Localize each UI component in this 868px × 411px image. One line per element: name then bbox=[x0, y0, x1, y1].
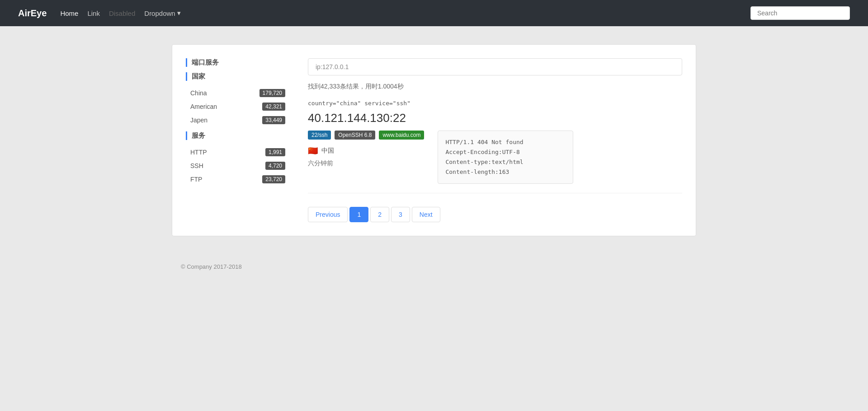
nav-home[interactable]: Home bbox=[60, 9, 78, 17]
sidebar: 端口服务 国家 China 179,720 American 42,321 Ja… bbox=[186, 58, 290, 222]
content-search-input[interactable] bbox=[308, 58, 682, 75]
tag-website[interactable]: www.baidu.com bbox=[379, 131, 424, 140]
country-line: 🇨🇳 中国 bbox=[308, 146, 424, 156]
main-card: 端口服务 国家 China 179,720 American 42,321 Ja… bbox=[172, 44, 696, 236]
nav-dropdown[interactable]: Dropdown ▾ bbox=[144, 9, 180, 17]
result-card: country="china" service="ssh" 40.121.144… bbox=[308, 100, 682, 193]
ip-address[interactable]: 40.121.144.130:22 bbox=[308, 111, 682, 125]
search-input[interactable] bbox=[750, 6, 850, 20]
time-ago: 六分钟前 bbox=[308, 159, 424, 168]
brand-logo: AirEye bbox=[18, 8, 47, 19]
tag-ssh[interactable]: 22/ssh bbox=[308, 131, 331, 140]
sidebar-section-port-service: 端口服务 bbox=[186, 58, 290, 67]
footer: © Company 2017-2018 bbox=[163, 254, 705, 279]
result-row: 22/ssh OpenSSH 6.8 www.baidu.com 🇨🇳 中国 六… bbox=[308, 131, 682, 184]
query-line: country="china" service="ssh" bbox=[308, 100, 682, 107]
tags-container: 22/ssh OpenSSH 6.8 www.baidu.com bbox=[308, 131, 424, 140]
sidebar-item-ssh[interactable]: SSH 4,720 bbox=[186, 159, 290, 173]
sidebar-item-american[interactable]: American 42,321 bbox=[186, 100, 290, 113]
pagination-previous[interactable]: Previous bbox=[308, 207, 348, 222]
result-left: 22/ssh OpenSSH 6.8 www.baidu.com 🇨🇳 中国 六… bbox=[308, 131, 424, 168]
pagination-page-1[interactable]: 1 bbox=[349, 207, 368, 222]
content-area: 找到42,333条结果，用时1.0004秒 country="china" se… bbox=[308, 58, 682, 222]
chevron-down-icon: ▾ bbox=[177, 9, 181, 17]
navbar: AirEye Home Link Disabled Dropdown ▾ bbox=[0, 0, 868, 26]
nav-link[interactable]: Link bbox=[87, 9, 100, 17]
navbar-search-container bbox=[750, 6, 850, 20]
sidebar-item-ftp[interactable]: FTP 23,720 bbox=[186, 173, 290, 186]
sidebar-section-service: 服务 bbox=[186, 131, 290, 140]
tag-openssh[interactable]: OpenSSH 6.8 bbox=[335, 131, 375, 140]
country-flag: 🇨🇳 bbox=[308, 146, 318, 156]
response-box: HTTP/1.1 404 Not found Accept-Encoding:U… bbox=[438, 131, 573, 184]
pagination-page-3[interactable]: 3 bbox=[391, 207, 410, 222]
sidebar-section-country: 国家 bbox=[186, 72, 290, 81]
sidebar-item-china[interactable]: China 179,720 bbox=[186, 86, 290, 100]
copyright: © Company 2017-2018 bbox=[181, 263, 242, 270]
pagination-page-2[interactable]: 2 bbox=[370, 207, 389, 222]
page-wrapper: 端口服务 国家 China 179,720 American 42,321 Ja… bbox=[163, 44, 705, 236]
pagination: Previous 1 2 3 Next bbox=[308, 207, 682, 222]
nav-disabled: Disabled bbox=[109, 9, 135, 17]
nav-links: Home Link Disabled Dropdown ▾ bbox=[60, 9, 750, 17]
pagination-next[interactable]: Next bbox=[412, 207, 440, 222]
country-name: 中国 bbox=[321, 147, 334, 155]
results-info: 找到42,333条结果，用时1.0004秒 bbox=[308, 83, 682, 91]
sidebar-item-http[interactable]: HTTP 1,991 bbox=[186, 145, 290, 159]
sidebar-item-japen[interactable]: Japen 33,449 bbox=[186, 113, 290, 127]
